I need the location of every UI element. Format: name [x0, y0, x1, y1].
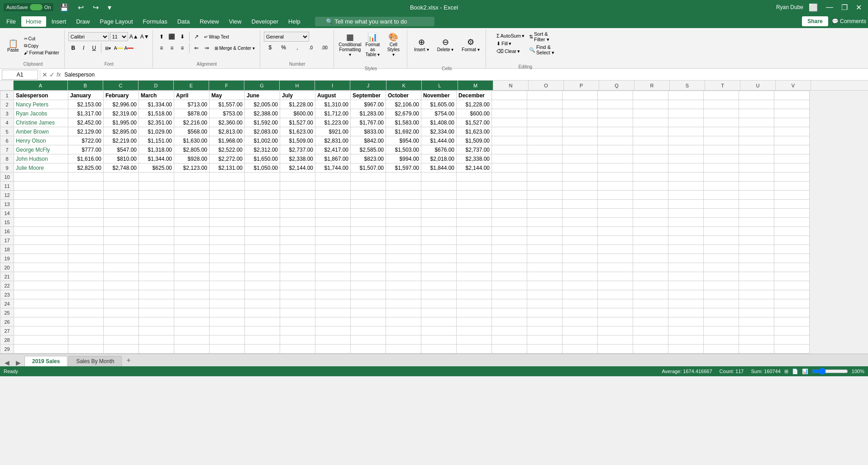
empty-cell[interactable]	[633, 263, 668, 272]
empty-cell[interactable]	[492, 163, 527, 173]
empty-cell[interactable]	[174, 299, 210, 308]
empty-cell[interactable]	[280, 290, 315, 299]
empty-cell[interactable]	[704, 100, 739, 109]
percent-button[interactable]: %	[277, 43, 290, 52]
empty-cell[interactable]	[386, 299, 421, 308]
empty-cell[interactable]	[492, 227, 527, 236]
col-header-f[interactable]: F	[209, 81, 244, 90]
menu-review[interactable]: Review	[195, 16, 224, 27]
empty-cell[interactable]	[210, 345, 245, 354]
empty-cell[interactable]	[421, 218, 457, 227]
empty-cell[interactable]	[315, 263, 351, 272]
empty-cell[interactable]	[280, 345, 315, 354]
copy-button[interactable]: ⧉ Copy	[23, 43, 61, 49]
empty-cell[interactable]	[492, 91, 527, 100]
empty-cell[interactable]	[139, 345, 174, 354]
empty-cell[interactable]	[492, 345, 527, 354]
format-button[interactable]: ⚙ Format ▾	[458, 31, 482, 58]
data-cell[interactable]: $1,228.00	[280, 100, 315, 109]
data-cell[interactable]: $2,748.00	[104, 163, 139, 173]
empty-cell[interactable]	[210, 299, 245, 308]
empty-cell[interactable]	[598, 91, 633, 100]
empty-cell[interactable]	[68, 299, 104, 308]
empty-cell[interactable]	[210, 218, 245, 227]
format-painter-button[interactable]: 🖌 Format Painter	[23, 50, 61, 56]
empty-cell[interactable]	[315, 336, 351, 345]
empty-cell[interactable]	[774, 163, 810, 173]
empty-cell[interactable]	[351, 263, 386, 272]
empty-cell[interactable]	[774, 218, 810, 227]
data-cell[interactable]: $777.00	[68, 145, 104, 154]
data-cell[interactable]: $1,228.00	[457, 100, 492, 109]
data-cell[interactable]: August	[315, 91, 351, 100]
empty-cell[interactable]	[527, 100, 563, 109]
bold-button[interactable]: B	[68, 43, 78, 53]
empty-cell[interactable]	[492, 154, 527, 163]
empty-cell[interactable]	[668, 227, 704, 236]
empty-cell[interactable]	[704, 163, 739, 173]
empty-cell[interactable]	[527, 345, 563, 354]
empty-cell[interactable]	[527, 227, 563, 236]
data-cell[interactable]: $1,344.00	[139, 154, 174, 163]
menu-help[interactable]: Help	[284, 16, 305, 27]
data-cell[interactable]: $1,995.00	[104, 118, 139, 127]
col-header-b[interactable]: B	[68, 81, 103, 90]
empty-cell[interactable]	[174, 254, 210, 263]
empty-cell[interactable]	[527, 272, 563, 281]
empty-cell[interactable]	[421, 200, 457, 209]
orientation-button[interactable]: ↗	[191, 32, 201, 42]
empty-cell[interactable]	[139, 281, 174, 290]
empty-cell[interactable]	[492, 317, 527, 326]
empty-cell[interactable]	[174, 336, 210, 345]
data-cell[interactable]: $2,825.00	[68, 163, 104, 173]
empty-cell[interactable]	[492, 299, 527, 308]
currency-button[interactable]: $	[264, 43, 277, 52]
empty-cell[interactable]	[68, 263, 104, 272]
col-header-d[interactable]: D	[138, 81, 174, 90]
empty-cell[interactable]	[104, 317, 139, 326]
empty-cell[interactable]	[315, 200, 351, 209]
empty-cell[interactable]	[598, 109, 633, 118]
empty-cell[interactable]	[704, 281, 739, 290]
redo-button[interactable]: ↪	[90, 1, 101, 14]
empty-cell[interactable]	[139, 236, 174, 245]
data-cell[interactable]: $1,583.00	[386, 118, 421, 127]
empty-cell[interactable]	[492, 281, 527, 290]
empty-cell[interactable]	[386, 308, 421, 317]
menu-file[interactable]: File	[2, 16, 20, 27]
empty-cell[interactable]	[774, 254, 810, 263]
empty-cell[interactable]	[527, 254, 563, 263]
empty-cell[interactable]	[421, 326, 457, 336]
empty-cell[interactable]	[280, 218, 315, 227]
empty-cell[interactable]	[739, 263, 774, 272]
empty-cell[interactable]	[774, 299, 810, 308]
empty-cell[interactable]	[457, 263, 492, 272]
empty-cell[interactable]	[527, 127, 563, 136]
col-header-s[interactable]: S	[670, 81, 705, 90]
empty-cell[interactable]	[14, 336, 68, 345]
empty-cell[interactable]	[492, 191, 527, 200]
data-cell[interactable]: May	[210, 91, 245, 100]
empty-cell[interactable]	[245, 182, 280, 191]
empty-cell[interactable]	[563, 109, 598, 118]
col-header-t[interactable]: T	[705, 81, 740, 90]
empty-cell[interactable]	[633, 154, 668, 163]
share-button[interactable]: Share	[802, 16, 828, 26]
data-cell[interactable]: $1,029.00	[139, 127, 174, 136]
empty-cell[interactable]	[633, 317, 668, 326]
data-cell[interactable]: $2,338.00	[457, 154, 492, 163]
empty-cell[interactable]	[280, 200, 315, 209]
empty-cell[interactable]	[210, 336, 245, 345]
row-number[interactable]: 15	[0, 218, 14, 227]
search-box[interactable]: 🔍 Tell me what you want to do	[315, 17, 434, 26]
data-cell[interactable]: $1,527.00	[280, 118, 315, 127]
empty-cell[interactable]	[563, 191, 598, 200]
empty-cell[interactable]	[280, 173, 315, 182]
empty-cell[interactable]	[174, 281, 210, 290]
empty-cell[interactable]	[598, 254, 633, 263]
empty-cell[interactable]	[563, 218, 598, 227]
empty-cell[interactable]	[351, 236, 386, 245]
empty-cell[interactable]	[245, 272, 280, 281]
data-cell[interactable]: $1,334.00	[139, 100, 174, 109]
empty-cell[interactable]	[704, 154, 739, 163]
